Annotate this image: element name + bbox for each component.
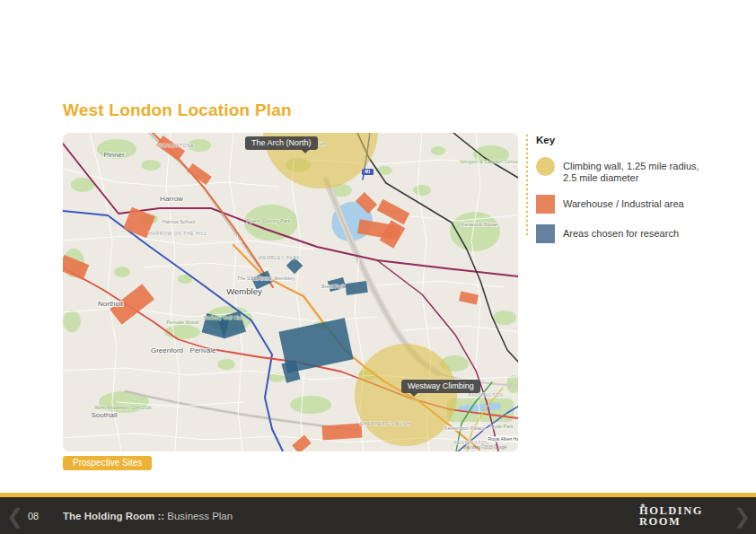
legend-divider: [526, 135, 528, 237]
svg-text:Greenford: Greenford: [151, 346, 183, 355]
map-container: PinnerHarrowWembleyNortholtGreenfordPeri…: [63, 133, 518, 451]
svg-text:The SSE Arena, Wembley: The SSE Arena, Wembley: [237, 276, 294, 281]
legend-label-warehouse: Warehouse / Industrial area: [563, 195, 684, 210]
svg-text:Pinner: Pinner: [103, 151, 124, 159]
svg-text:M1: M1: [365, 170, 371, 174]
legend-label-climbing-wall: Climbing wall, 1.25 mile radius, 2.5 mil…: [563, 157, 699, 184]
svg-text:Perivale Wood: Perivale Wood: [166, 320, 198, 325]
legend-swatch-climbing-wall: [536, 157, 555, 176]
svg-text:Royal Albert Hall: Royal Albert Hall: [488, 436, 518, 442]
legend-title: Key: [536, 135, 748, 145]
footer: ❮ 08 The Holding Room :: Business Plan ✶…: [0, 497, 756, 534]
svg-text:Islington & Camden Cemetery: Islington & Camden Cemetery: [460, 159, 518, 164]
svg-text:WEALDSTONE: WEALDSTONE: [158, 143, 195, 148]
svg-text:Brent Park: Brent Park: [321, 284, 345, 289]
legend-item-research: Areas chosen for research: [536, 224, 748, 243]
holding-room-logo: ✶ HOLDING ROOM: [639, 505, 703, 527]
svg-text:Southall: Southall: [92, 411, 118, 419]
legend-swatch-research: [536, 224, 555, 243]
legend-item-climbing-wall: Climbing wall, 1.25 mile radius, 2.5 mil…: [536, 157, 748, 184]
legend-label-line1: Climbing wall, 1.25 mile radius,: [563, 161, 699, 171]
tooltip-pointer: [301, 149, 310, 158]
legend-item-warehouse: Warehouse / Industrial area: [536, 195, 748, 214]
legend-label-research: Areas chosen for research: [563, 224, 679, 240]
svg-text:Kenwood House: Kenwood House: [462, 222, 497, 227]
logo-line2: ROOM: [639, 515, 681, 528]
svg-text:Hyde Park: Hyde Park: [490, 424, 514, 429]
map-tooltip-westway-climbing: Westway Climbing: [401, 380, 480, 393]
page-title: West London Location Plan: [63, 101, 292, 120]
legend-swatch-warehouse: [536, 195, 555, 214]
business-plan-page: West London Location Plan: [0, 0, 756, 534]
map-image: PinnerHarrowWembleyNortholtGreenfordPeri…: [63, 133, 518, 451]
logo-star-icon: ✶: [640, 501, 646, 512]
map-tooltip-arch-north: The Arch (North): [245, 136, 318, 150]
prospective-sites-button[interactable]: Prospective Sites: [63, 456, 152, 470]
legend-label-line2: 2.5 mile diameter: [563, 172, 638, 183]
svg-text:Map data ©2015 Google: Map data ©2015 Google: [462, 444, 507, 450]
footer-doc-title-bold: The Holding Room ::: [63, 511, 164, 521]
svg-text:West Middlesex Golf Club: West Middlesex Golf Club: [94, 405, 151, 410]
page-number: 08: [28, 511, 39, 521]
svg-text:WEMBLEY PARK: WEMBLEY PARK: [259, 255, 301, 260]
svg-text:Kensington Palace: Kensington Palace: [444, 425, 486, 431]
svg-text:SHEPHERD'S BUSH: SHEPHERD'S BUSH: [360, 421, 410, 426]
map-legend: Key Climbing wall, 1.25 mile radius, 2.5…: [536, 135, 748, 254]
svg-text:Northolt: Northolt: [98, 300, 124, 308]
svg-text:Fryent Country Park: Fryent Country Park: [246, 218, 290, 223]
svg-text:HARROW ON THE HILL: HARROW ON THE HILL: [148, 231, 207, 236]
svg-text:Wembley: Wembley: [226, 286, 262, 296]
footer-doc-title: The Holding Room :: Business Plan: [63, 511, 233, 521]
map-tooltip-westway-label: Westway Climbing: [408, 381, 474, 390]
map-tooltip-arch-north-label: The Arch (North): [251, 138, 312, 147]
tooltip-pointer: [409, 392, 418, 401]
svg-text:Harrow: Harrow: [160, 195, 183, 203]
svg-text:Sudbury Golf Club: Sudbury Golf Club: [204, 315, 244, 320]
svg-text:Perivale: Perivale: [190, 346, 216, 355]
next-page-chevron[interactable]: ❯: [734, 505, 751, 526]
svg-text:Harrow School: Harrow School: [163, 219, 195, 224]
footer-doc-title-regular: Business Plan: [167, 511, 233, 521]
prev-page-chevron[interactable]: ❮: [6, 505, 23, 526]
